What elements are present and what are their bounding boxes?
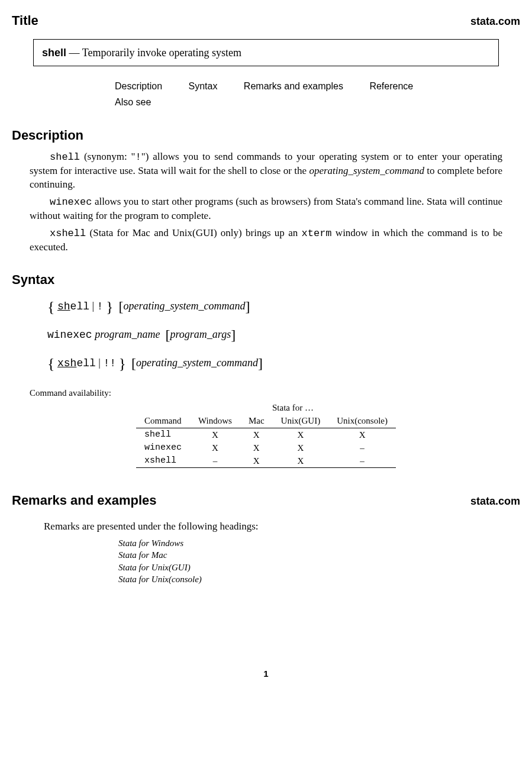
cell: X [240,441,273,454]
entry-dash: — [66,47,82,59]
remarks-link-unixgui[interactable]: Stata for Unix(GUI) [118,563,191,572]
remarks-link-windows[interactable]: Stata for Windows [118,538,183,548]
cell: X [240,428,273,441]
site-link[interactable]: stata.com [470,494,520,508]
th-unixcon: Unix(console) [328,414,396,428]
th-windows: Windows [190,414,240,428]
cmd-shell: shell [50,151,80,163]
availability-caption: Command availability: [30,387,520,399]
table-row: xshell – X X – [136,454,396,468]
th-command: Command [136,414,190,428]
entry-command: shell [42,47,66,59]
cell: – [328,454,396,468]
page-number: 1 [12,668,520,680]
th-mac: Mac [240,414,273,428]
cmd-xterm: xterm [302,228,332,239]
desc-para-1: shell (synonym: "!") allows you to send … [30,150,502,192]
syntax-arg: operating_system_command [136,357,258,369]
cmd-xshell: xshell [50,228,86,239]
remarks-intro: Remarks are presented under the followin… [44,520,520,534]
entry-box: shell — Temporarily invoke operating sys… [33,39,499,66]
cell: X [190,428,240,441]
nav-syntax[interactable]: Syntax [188,81,217,91]
th-unixgui: Unix(GUI) [273,414,329,428]
syntax-abbrev: sh [57,301,70,312]
syntax-rest: ell [70,301,89,312]
cell: X [273,428,329,441]
syntax-abbrev: xsh [57,357,76,369]
nav-remarks[interactable]: Remarks and examples [244,81,343,91]
syntax-line-1: { shell | ! } [operating_system_command] [47,296,520,317]
cell: X [240,454,273,468]
desc-para-3: xshell (Stata for Mac and Unix(GUI) only… [30,227,502,254]
nav-alsosee[interactable]: Also see [115,97,151,107]
cell-cmd: xshell [136,454,190,468]
section-remarks: Remarks and examples [12,492,157,509]
table-row: shell X X X X [136,428,396,441]
cell: X [273,454,329,468]
syntax-arg: operating_system_command [123,300,245,312]
section-description: Description [12,127,520,144]
site-link[interactable]: stata.com [470,14,520,28]
cell: X [273,441,329,454]
cell: – [328,441,396,454]
remarks-link-mac[interactable]: Stata for Mac [118,550,167,560]
cmd-winexec: winexec [50,196,92,208]
syntax-line-2: winexec program_name [program_args] [47,325,520,344]
syntax-alt: !! [103,357,116,369]
text: (Stata for Mac and Unix(GUI) only) bring… [86,227,301,238]
cell: X [328,428,396,441]
syntax-cmd: winexec [47,329,92,341]
section-title: Title [12,12,38,30]
syntax-arg: program_args [170,328,231,340]
table-row: winexec X X X – [136,441,396,454]
syntax-line-3: { xshell | !! } [operating_system_comman… [47,353,520,374]
cell: X [190,441,240,454]
arg-osc: operating_system_command [309,165,424,176]
cmd-bang: ! [136,151,141,163]
nav-description[interactable]: Description [115,81,162,91]
text: allows you to start other programs (such… [30,196,502,221]
text: (synonym: " [80,151,136,162]
syntax-rest: ell [76,357,95,369]
syntax-arg: program_name [95,328,160,340]
cell-cmd: shell [136,428,190,441]
cell: – [190,454,240,468]
nav-reference[interactable]: Reference [369,81,413,91]
desc-para-2: winexec allows you to start other progra… [30,195,502,223]
syntax-alt: ! [97,301,104,312]
remarks-headings-list: Stata for Windows Stata for Mac Stata fo… [118,537,520,585]
availability-table: Stata for … Command Windows Mac Unix(GUI… [136,401,396,468]
entry-description: Temporarily invoke operating system [82,47,241,59]
nav-links: Description Syntax Remarks and examples … [115,78,446,110]
table-super-header: Stata for … [190,401,396,414]
remarks-link-unixcon[interactable]: Stata for Unix(console) [118,574,202,584]
section-syntax: Syntax [12,271,520,289]
cell-cmd: winexec [136,441,190,454]
